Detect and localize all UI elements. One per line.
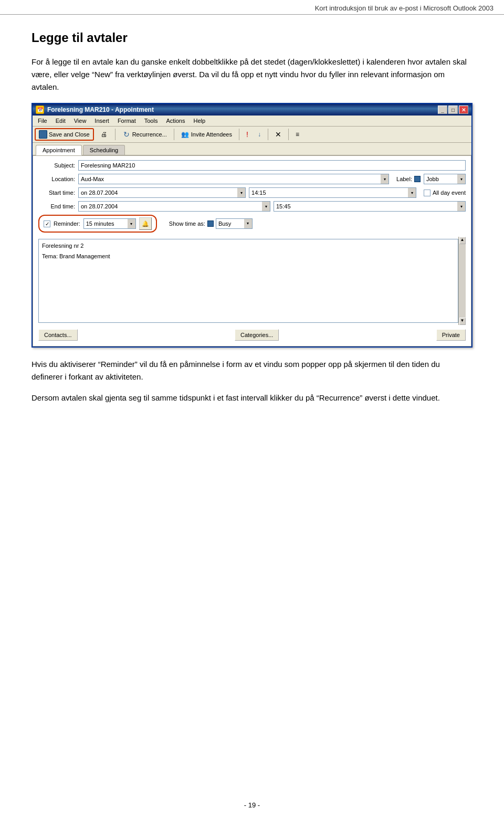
header-title: Kort introduksjon til bruk av e-post i M…	[315, 4, 494, 12]
body-paragraph-1: For å legge til en avtale kan du ganske …	[32, 56, 472, 93]
end-time-label: End time:	[38, 203, 75, 209]
menu-file[interactable]: File	[35, 117, 50, 125]
notes-line-2: Tema: Brand Management	[42, 253, 455, 259]
location-input[interactable]	[78, 174, 381, 184]
delete-icon: ✕	[275, 130, 281, 139]
end-time-row: End time: ▾ ▾	[38, 201, 466, 212]
categories-button[interactable]: Categories...	[235, 329, 279, 341]
tab-appointment[interactable]: Appointment	[36, 145, 82, 155]
start-time-row: Start time: ▾ ▾ All day event	[38, 187, 466, 198]
reminder-label: Reminder:	[54, 220, 80, 227]
notes-line-1: Forelesning nr 2	[42, 243, 455, 249]
menu-bar: File Edit View Insert Format Tools Actio…	[33, 115, 471, 127]
contacts-button[interactable]: Contacts...	[38, 329, 78, 341]
all-day-checkbox[interactable]	[424, 190, 430, 196]
page-content: Legge til avtaler For å legge til en avt…	[0, 15, 504, 444]
notes-scrollbar[interactable]: ▲ ▼	[458, 237, 466, 325]
recurrence-button[interactable]: ↻ Recurrence...	[119, 128, 171, 141]
menu-format[interactable]: Format	[114, 117, 139, 125]
show-time-select-wrapper: ▾	[216, 218, 253, 229]
recurrence-label: Recurrence...	[132, 131, 167, 138]
window-title: Forelesning MAR210 - Appointment	[47, 106, 154, 113]
menu-actions[interactable]: Actions	[163, 117, 188, 125]
toolbar-separator-1	[115, 129, 116, 140]
show-time-dropdown[interactable]: ▾	[244, 218, 253, 229]
page-footer: - 19 -	[0, 791, 504, 820]
tab-scheduling-label: Scheduling	[90, 147, 118, 153]
end-time-input[interactable]	[274, 201, 457, 212]
start-time-wrapper: ▾	[249, 187, 416, 198]
notes-content: Forelesning nr 2 Tema: Brand Management	[38, 237, 458, 325]
invite-label: Invite Attendees	[191, 131, 232, 138]
end-time-dropdown[interactable]: ▾	[457, 201, 466, 212]
save-close-button[interactable]: Save and Close	[35, 128, 94, 141]
importance-low-button[interactable]: ↓	[254, 128, 265, 141]
misc-button[interactable]: ≡	[292, 128, 303, 141]
body-paragraph-2: Hvis du aktiviserer “Reminder” vil du få…	[32, 358, 472, 383]
subject-input[interactable]	[78, 160, 466, 171]
minimize-button[interactable]: _	[438, 106, 447, 114]
start-time-dropdown[interactable]: ▾	[408, 187, 416, 198]
label-select-wrapper: Label: ▾	[396, 174, 466, 184]
invite-attendees-button[interactable]: 👥 Invite Attendees	[177, 128, 236, 141]
reminder-dropdown[interactable]: ▾	[128, 218, 136, 229]
maximize-button[interactable]: □	[448, 106, 458, 114]
location-row: Location: ▾ Label: ▾	[38, 174, 466, 184]
notes-area[interactable]: Forelesning nr 2 Tema: Brand Management	[38, 239, 458, 323]
bottom-btns-left: Contacts...	[38, 329, 78, 341]
toolbar-separator-2	[174, 129, 174, 140]
importance-high-button[interactable]: !	[243, 128, 252, 141]
reminder-sound-icon: 🔔	[142, 220, 149, 227]
bottom-btns-right: Private	[436, 329, 466, 341]
menu-insert[interactable]: Insert	[91, 117, 112, 125]
show-time-label: Show time as:	[169, 220, 205, 227]
start-date-dropdown[interactable]: ▾	[237, 187, 246, 198]
toolbar-separator-3	[239, 129, 239, 140]
delete-button[interactable]: ✕	[271, 128, 285, 141]
toolbar-separator-4	[268, 129, 268, 140]
print-button[interactable]: 🖨	[96, 128, 112, 141]
label-input[interactable]	[424, 174, 457, 184]
start-time-input[interactable]	[249, 187, 408, 198]
reminder-duration-input[interactable]	[83, 218, 128, 229]
outlook-window: 📅 Forelesning MAR210 - Appointment _ □ ✕…	[32, 103, 472, 348]
close-button[interactable]: ✕	[459, 106, 468, 114]
form-area: Subject: Location: ▾ Label: ▾	[33, 155, 471, 346]
reminder-checkbox[interactable]	[44, 220, 50, 227]
invite-icon: 👥	[181, 130, 190, 139]
location-dropdown-arrow[interactable]: ▾	[381, 174, 389, 184]
tabs-bar: Appointment Scheduling	[33, 143, 471, 155]
page-header: Kort introduksjon til bruk av e-post i M…	[0, 0, 504, 15]
start-date-input[interactable]	[78, 187, 237, 198]
menu-tools[interactable]: Tools	[141, 117, 161, 125]
label-dropdown-arrow[interactable]: ▾	[457, 174, 466, 184]
all-day-label: All day event	[433, 190, 466, 196]
private-button[interactable]: Private	[436, 329, 466, 341]
end-date-dropdown[interactable]: ▾	[262, 201, 270, 212]
section-title: Legge til avtaler	[32, 30, 472, 45]
show-time-input[interactable]	[216, 218, 244, 229]
recurrence-icon: ↻	[122, 130, 131, 139]
print-icon: 🖨	[100, 130, 108, 139]
reminder-sound-button[interactable]: 🔔	[139, 217, 152, 230]
end-date-input[interactable]	[78, 201, 262, 212]
save-close-label: Save and Close	[49, 131, 90, 138]
window-controls[interactable]: _ □ ✕	[438, 106, 468, 114]
scrollbar-up[interactable]: ▲	[459, 237, 466, 244]
window-titlebar: 📅 Forelesning MAR210 - Appointment _ □ ✕	[33, 104, 471, 115]
label-label: Label:	[396, 176, 412, 182]
menu-help[interactable]: Help	[190, 117, 208, 125]
reminder-highlight-row: Reminder: ▾ 🔔 Show time as: ▾	[38, 215, 466, 233]
show-time-wrapper: Show time as: ▾	[169, 218, 253, 229]
app-icon: 📅	[36, 106, 44, 114]
scrollbar-down[interactable]: ▼	[459, 318, 466, 325]
save-close-icon	[39, 130, 47, 139]
page-number: - 19 -	[244, 801, 260, 809]
menu-edit[interactable]: Edit	[52, 117, 69, 125]
menu-view[interactable]: View	[71, 117, 90, 125]
label-color-swatch	[414, 176, 421, 182]
tab-scheduling[interactable]: Scheduling	[83, 145, 125, 155]
form-bottom: Contacts... Categories... Private	[38, 327, 466, 342]
importance-low-icon: ↓	[258, 131, 261, 138]
notes-wrapper: Forelesning nr 2 Tema: Brand Management …	[38, 237, 466, 325]
